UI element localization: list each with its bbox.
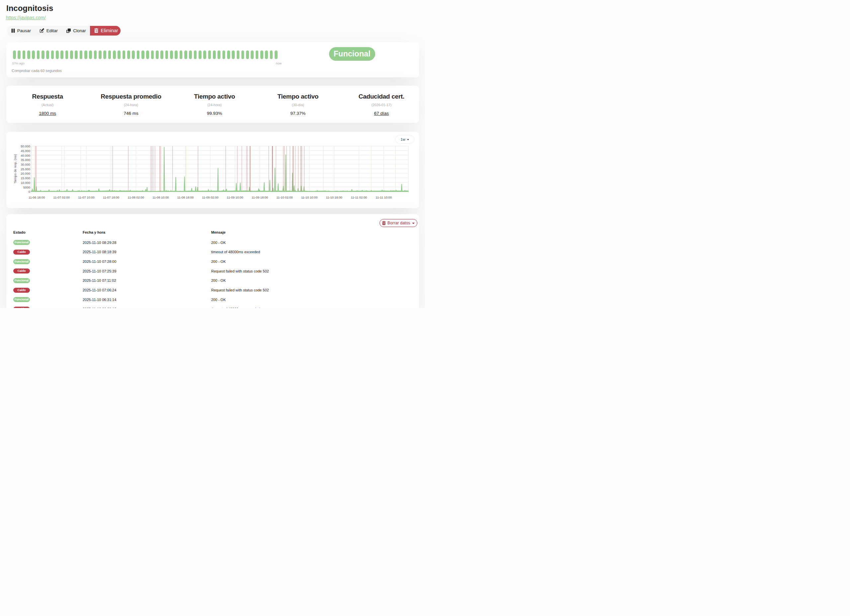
svg-text:11-07 02:00: 11-07 02:00 (53, 196, 69, 199)
svg-text:11-08 02:00: 11-08 02:00 (127, 196, 144, 199)
svg-text:11-10 18:00: 11-10 18:00 (326, 196, 342, 199)
svg-text:11-09 10:00: 11-09 10:00 (227, 196, 243, 199)
svg-text:40.000: 40.000 (21, 154, 30, 157)
svg-text:11-07 18:00: 11-07 18:00 (103, 196, 119, 199)
svg-text:0: 0 (28, 190, 30, 193)
svg-text:20.000: 20.000 (21, 172, 30, 175)
svg-text:11-09 18:00: 11-09 18:00 (252, 196, 268, 199)
svg-text:11-09 02:00: 11-09 02:00 (202, 196, 218, 199)
svg-text:10.000: 10.000 (21, 181, 30, 184)
svg-text:45.000: 45.000 (21, 149, 30, 153)
svg-text:25.000: 25.000 (21, 167, 30, 171)
svg-text:30.000: 30.000 (21, 163, 30, 166)
svg-text:11-10 10:00: 11-10 10:00 (301, 196, 317, 199)
svg-text:11-11 02:00: 11-11 02:00 (351, 196, 367, 199)
svg-text:11-10 02:00: 11-10 02:00 (276, 196, 293, 199)
svg-text:50.000: 50.000 (21, 144, 30, 148)
svg-text:Tiempo de resp. (ms): Tiempo de resp. (ms) (13, 154, 17, 184)
svg-text:5000: 5000 (23, 185, 30, 189)
svg-text:11-07 10:00: 11-07 10:00 (78, 196, 94, 199)
svg-text:11-08 18:00: 11-08 18:00 (177, 196, 194, 199)
svg-text:35.000: 35.000 (21, 158, 30, 161)
svg-text:11-06 18:00: 11-06 18:00 (28, 196, 45, 199)
svg-text:11-11 10:00: 11-11 10:00 (376, 196, 392, 199)
svg-text:11-08 10:00: 11-08 10:00 (153, 196, 169, 199)
svg-text:15.000: 15.000 (21, 176, 30, 180)
